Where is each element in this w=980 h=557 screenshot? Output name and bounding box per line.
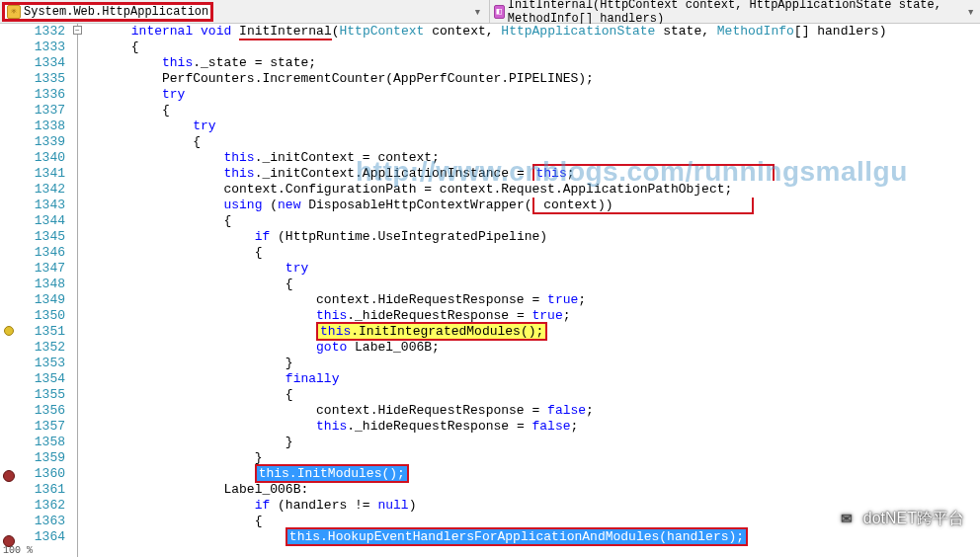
line-number: 1364 <box>18 529 65 545</box>
code-line[interactable]: this.InitModules(); <box>85 466 980 482</box>
line-number: 1336 <box>18 87 65 103</box>
code-line[interactable]: { <box>85 103 980 119</box>
code-line[interactable]: PerfCounters.IncrementCounter(AppPerfCou… <box>85 71 980 87</box>
code-line[interactable]: if (handlers != null) <box>85 498 980 514</box>
line-number: 1356 <box>18 403 65 419</box>
line-number: 1355 <box>18 387 65 403</box>
line-number-gutter: 1332133313341335133613371338133913401341… <box>18 24 71 557</box>
line-number: 1361 <box>18 482 65 498</box>
zoom-status: 100 % <box>0 544 36 557</box>
line-number: 1357 <box>18 419 65 435</box>
method-dropdown[interactable]: ◧ InitInternal(HttpContext context, Http… <box>489 0 981 26</box>
line-number: 1358 <box>18 435 65 450</box>
code-line[interactable]: if (HttpRuntime.UseIntegratedPipeline) <box>85 229 980 245</box>
code-line[interactable]: } <box>85 435 980 450</box>
code-line[interactable]: this.HookupEventHandlersForApplicationAn… <box>85 529 980 545</box>
code-line[interactable]: this._hideRequestResponse = false; <box>85 419 980 435</box>
code-line[interactable]: context.ConfigurationPath = context.Requ… <box>85 182 980 198</box>
fold-minus-icon[interactable]: − <box>73 26 82 35</box>
line-number: 1339 <box>18 134 65 150</box>
code-line[interactable]: context.HideRequestResponse = true; <box>85 292 980 308</box>
line-number: 1349 <box>18 292 65 308</box>
code-line[interactable]: finally <box>85 371 980 387</box>
line-number: 1338 <box>18 119 65 134</box>
method-name-label: InitInternal(HttpContext context, HttpAp… <box>508 0 966 26</box>
code-line[interactable]: { <box>85 277 980 292</box>
line-number: 1363 <box>18 514 65 529</box>
chevron-down-icon[interactable]: ▾ <box>965 4 976 20</box>
line-number: 1332 <box>18 24 65 40</box>
line-number: 1352 <box>18 340 65 356</box>
code-line[interactable]: this.InitIntegratedModules(); <box>85 324 980 340</box>
line-number: 1345 <box>18 229 65 245</box>
method-icon: ◧ <box>494 5 505 19</box>
line-number: 1340 <box>18 150 65 166</box>
code-line[interactable]: { <box>85 40 980 55</box>
code-line[interactable]: using (new DisposableHttpContextWrapper(… <box>85 198 980 213</box>
code-line[interactable]: { <box>85 134 980 150</box>
line-number: 1362 <box>18 498 65 514</box>
code-line[interactable]: context.HideRequestResponse = false; <box>85 403 980 419</box>
step-marker-icon[interactable] <box>4 326 14 336</box>
line-number: 1337 <box>18 103 65 119</box>
code-line[interactable]: { <box>85 213 980 229</box>
code-line[interactable]: this._state = state; <box>85 55 980 71</box>
code-line[interactable]: { <box>85 245 980 261</box>
line-number: 1354 <box>18 371 65 387</box>
line-number: 1344 <box>18 213 65 229</box>
line-number: 1359 <box>18 450 65 466</box>
chevron-down-icon[interactable]: ▾ <box>471 4 485 20</box>
class-name-label: System.Web.HttpApplication <box>24 5 208 19</box>
line-number: 1351 <box>18 324 65 340</box>
line-number: 1348 <box>18 277 65 292</box>
navigation-bar: ⚛ System.Web.HttpApplication ▾ ◧ InitInt… <box>0 0 980 24</box>
line-number: 1341 <box>18 166 65 182</box>
breakpoint-icon[interactable] <box>3 470 15 482</box>
line-number: 1335 <box>18 71 65 87</box>
fold-margin[interactable]: − <box>71 24 85 557</box>
breakpoint-margin[interactable] <box>0 24 18 557</box>
line-number: 1353 <box>18 356 65 371</box>
line-number: 1346 <box>18 245 65 261</box>
code-line[interactable]: { <box>85 387 980 403</box>
code-line[interactable]: try <box>85 87 980 103</box>
fold-line <box>77 24 78 557</box>
code-line[interactable]: this._initContext.ApplicationInstance = … <box>85 166 980 182</box>
line-number: 1350 <box>18 308 65 324</box>
code-line[interactable]: try <box>85 119 980 134</box>
code-line[interactable]: } <box>85 356 980 371</box>
code-line[interactable]: try <box>85 261 980 277</box>
line-number: 1343 <box>18 198 65 213</box>
code-line[interactable]: } <box>85 450 980 466</box>
line-number: 1342 <box>18 182 65 198</box>
code-line[interactable]: goto Label_006B; <box>85 340 980 356</box>
code-editor[interactable]: 1332133313341335133613371338133913401341… <box>0 24 980 557</box>
class-icon: ⚛ <box>7 5 21 19</box>
code-line[interactable]: Label_006B: <box>85 482 980 498</box>
line-number: 1347 <box>18 261 65 277</box>
class-dropdown[interactable]: ⚛ System.Web.HttpApplication ▾ <box>0 2 489 22</box>
code-content[interactable]: internal void InitInternal(HttpContext c… <box>85 24 980 557</box>
line-number: 1334 <box>18 55 65 71</box>
line-number: 1333 <box>18 40 65 55</box>
code-line[interactable]: internal void InitInternal(HttpContext c… <box>85 24 980 40</box>
line-number: 1360 <box>18 466 65 482</box>
